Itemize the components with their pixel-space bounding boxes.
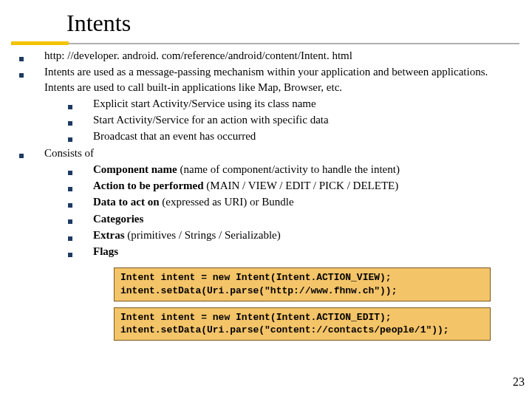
bullet-icon <box>68 211 93 226</box>
desc: (expressed as URI) or Bundle <box>160 196 294 208</box>
bullet-level2: Broadcast that an event has occurred <box>68 129 514 143</box>
sublist: Explicit start Activity/Service using it… <box>18 96 514 144</box>
term: Data to act on <box>93 196 160 208</box>
bullet-text: Start Activity/Service for an action wit… <box>93 112 514 127</box>
sublist: Component name (name of component/activi… <box>18 162 514 259</box>
slide-title: Intents <box>66 10 532 36</box>
title-accent-gray <box>69 43 519 44</box>
bullet-level2: Categories <box>68 211 514 226</box>
desc: (name of component/activity to handle th… <box>177 163 400 175</box>
desc: (primitives / Strings / Serializable) <box>127 229 280 241</box>
bullet-icon <box>68 112 93 127</box>
bullet-icon <box>68 178 93 193</box>
term: Component name <box>93 163 177 175</box>
bullet-icon <box>18 146 44 160</box>
bullet-text: http: //developer. android. com/referenc… <box>44 48 514 63</box>
term: Categories <box>93 213 143 225</box>
bullet-level1: Intents are used as a message-passing me… <box>18 64 514 95</box>
code-examples: Intent intent = new Intent(Intent.ACTION… <box>18 267 514 340</box>
bullet-level2: Start Activity/Service for an action wit… <box>68 112 514 127</box>
bullet-icon <box>68 96 93 111</box>
title-block: Intents <box>0 0 532 36</box>
bullet-level2: Flags <box>68 244 514 259</box>
bullet-level1: Consists of <box>18 146 514 160</box>
bullet-text: Broadcast that an event has occurred <box>93 129 514 143</box>
bullet-text: Action to be performed (MAIN / VIEW / ED… <box>93 178 514 193</box>
bullet-icon <box>18 48 44 63</box>
bullet-level2: Component name (name of component/activi… <box>68 162 514 177</box>
term: Action to be performed <box>93 180 204 191</box>
bullet-level2: Extras (primitives / Strings / Serializa… <box>68 228 514 242</box>
bullet-icon <box>68 162 93 177</box>
bullet-icon <box>68 129 93 143</box>
code-block-1: Intent intent = new Intent(Intent.ACTION… <box>114 267 491 301</box>
code-line: Intent intent = new Intent(Intent.ACTION… <box>120 272 392 283</box>
page-number: 23 <box>513 375 525 389</box>
bullet-level2: Data to act on (expressed as URI) or Bun… <box>68 194 514 209</box>
bullet-text: Component name (name of component/activi… <box>93 162 514 177</box>
bullet-level1: http: //developer. android. com/referenc… <box>18 48 514 63</box>
bullet-text: Flags <box>93 244 514 259</box>
term: Extras <box>93 229 127 241</box>
desc: (MAIN / VIEW / EDIT / PICK / DELETE) <box>204 180 399 191</box>
title-accent-yellow <box>11 41 69 45</box>
term: Flags <box>93 245 118 257</box>
bullet-icon <box>68 244 93 259</box>
bullet-text: Categories <box>93 211 514 226</box>
code-block-2: Intent intent = new Intent(Intent.ACTION… <box>114 307 491 341</box>
bullet-level2: Explicit start Activity/Service using it… <box>68 96 514 111</box>
bullet-icon <box>18 64 44 95</box>
code-line: Intent intent = new Intent(Intent.ACTION… <box>120 312 392 323</box>
code-line: intent.setData(Uri.parse("http://www.fhn… <box>120 285 397 296</box>
bullet-text: Intents are used as a message-passing me… <box>44 64 514 95</box>
bullet-level2: Action to be performed (MAIN / VIEW / ED… <box>68 178 514 193</box>
content-area: http: //developer. android. com/referenc… <box>0 36 532 340</box>
bullet-text: Data to act on (expressed as URI) or Bun… <box>93 194 514 209</box>
bullet-text: Extras (primitives / Strings / Serializa… <box>93 228 514 242</box>
bullet-icon <box>68 194 93 209</box>
bullet-text: Explicit start Activity/Service using it… <box>93 96 514 111</box>
code-line: intent.setData(Uri.parse("content://cont… <box>120 324 449 335</box>
bullet-text: Consists of <box>44 146 514 160</box>
bullet-icon <box>68 228 93 242</box>
